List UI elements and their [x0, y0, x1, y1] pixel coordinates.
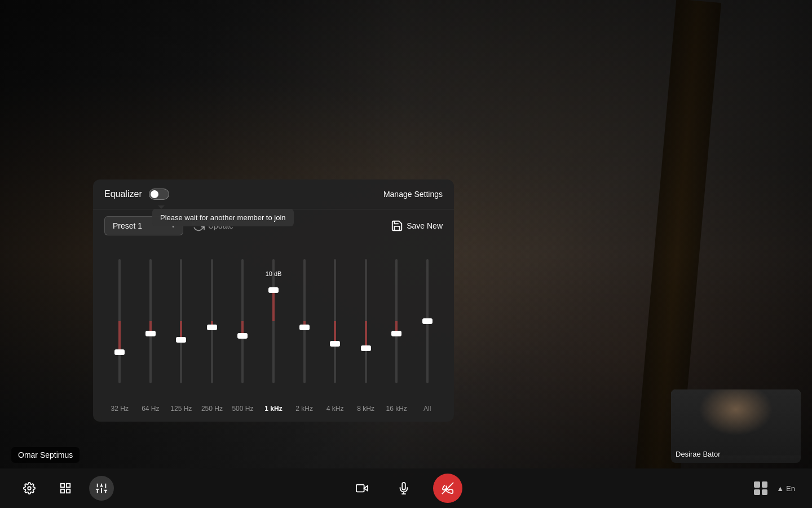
main-user-badge: Omar Septimus	[11, 447, 80, 463]
eq-thumb[interactable]	[391, 331, 401, 336]
end-call-button[interactable]	[433, 474, 462, 503]
eq-bar-group[interactable]	[104, 259, 135, 383]
svg-rect-1	[61, 484, 64, 487]
eq-thumb[interactable]	[422, 318, 433, 324]
eq-slider-track[interactable]	[365, 259, 367, 383]
eq-freq-label: 1 kHz	[258, 405, 289, 413]
eq-bar-group[interactable]	[289, 259, 320, 383]
eq-bar-group[interactable]	[412, 259, 443, 383]
eq-thumb[interactable]	[361, 345, 371, 351]
eq-thumb[interactable]	[237, 333, 248, 339]
eq-title-area: Equalizer	[104, 189, 169, 200]
camera-icon	[356, 482, 368, 494]
grid-cell-4	[762, 489, 768, 496]
eq-toggle[interactable]	[149, 189, 169, 200]
eq-freq-label: 8 kHz	[350, 405, 381, 413]
eq-bar-group[interactable]	[135, 259, 166, 383]
eq-slider-track[interactable]	[303, 259, 306, 383]
grid-view-button[interactable]	[754, 481, 767, 495]
tooltip-text: Please wait for another member to join	[160, 213, 286, 222]
tooltip: Please wait for another member to join	[152, 209, 294, 226]
manage-settings-button[interactable]: Manage Settings	[383, 190, 443, 199]
equalizer-button[interactable]	[89, 476, 114, 501]
lang-label: En	[786, 484, 795, 493]
eq-slider-track[interactable]	[118, 259, 121, 383]
eq-freq-label: All	[412, 405, 443, 413]
eq-freq-label: 64 Hz	[135, 405, 166, 413]
eq-thumb[interactable]	[207, 325, 217, 330]
phone-off-icon	[442, 482, 454, 494]
eq-freq-label: 16 kHz	[381, 405, 412, 413]
eq-slider-track[interactable]	[211, 259, 213, 383]
save-new-label: Save New	[407, 221, 443, 230]
grid-cell-3	[754, 489, 760, 496]
eq-thumb[interactable]	[330, 341, 340, 347]
toolbar-left	[17, 476, 114, 501]
eq-slider-track[interactable]	[149, 259, 152, 383]
eq-title: Equalizer	[104, 189, 142, 199]
eq-slider-track[interactable]	[334, 259, 336, 383]
microphone-icon	[398, 482, 410, 494]
eq-slider-track[interactable]	[426, 259, 429, 383]
gear-icon	[23, 482, 36, 494]
svg-rect-2	[67, 484, 70, 487]
eq-slider-track[interactable]	[395, 259, 398, 383]
eq-bar-group[interactable]	[227, 259, 258, 383]
svg-rect-4	[67, 489, 70, 493]
layout-button[interactable]	[53, 476, 78, 501]
eq-slider-track[interactable]	[180, 259, 182, 383]
toolbar-center	[350, 474, 462, 503]
eq-bar-group[interactable]	[166, 259, 197, 383]
eq-thumb[interactable]: 10 dB	[268, 287, 279, 293]
eq-value-label: 10 dB	[266, 270, 282, 277]
eq-header: Equalizer Manage Settings	[93, 179, 454, 209]
lang-expand-icon: ▲	[776, 484, 784, 493]
eq-slider-track[interactable]: 10 dB	[272, 259, 275, 383]
toolbar: ▲ En	[0, 468, 812, 508]
camera-button[interactable]	[350, 476, 374, 501]
eq-freq-label: 125 Hz	[166, 405, 197, 413]
svg-rect-3	[61, 489, 64, 493]
eq-slider-track[interactable]	[241, 259, 244, 383]
thumbnail-person-visual	[671, 389, 801, 456]
grid-cell-2	[762, 481, 768, 488]
eq-freq-label: 500 Hz	[227, 405, 258, 413]
eq-freq-label: 2 kHz	[289, 405, 320, 413]
svg-point-0	[28, 487, 31, 490]
eq-chart: 10 dB	[93, 242, 454, 400]
settings-button[interactable]	[17, 476, 42, 501]
microphone-button[interactable]	[391, 476, 416, 501]
eq-freq-label: 32 Hz	[104, 405, 135, 413]
eq-bar-group[interactable]	[320, 259, 351, 383]
eq-thumb[interactable]	[299, 325, 310, 330]
thumbnail-user-name: Desirae Bator	[676, 450, 720, 458]
eq-bar-group[interactable]	[381, 259, 412, 383]
main-user-name: Omar Septimus	[18, 450, 73, 459]
eq-freq-labels: 32 Hz64 Hz125 Hz250 Hz500 Hz1 kHz2 kHz4 …	[93, 400, 454, 422]
eq-freq-label: 4 kHz	[320, 405, 351, 413]
eq-freq-label: 250 Hz	[197, 405, 228, 413]
eq-bars-container: 10 dB	[104, 248, 443, 383]
eq-bar-group[interactable]	[197, 259, 228, 383]
equalizer-icon	[95, 482, 108, 494]
svg-rect-15	[356, 485, 364, 492]
language-selector[interactable]: ▲ En	[776, 484, 795, 493]
eq-bar-group[interactable]: 10 dB	[258, 259, 289, 383]
toolbar-right: ▲ En	[754, 481, 795, 495]
svg-marker-14	[364, 485, 368, 491]
grid-cell-1	[754, 481, 760, 488]
eq-toggle-thumb	[151, 190, 158, 198]
eq-thumb[interactable]	[145, 331, 156, 336]
preset-label: Preset 1	[113, 221, 142, 230]
eq-thumb[interactable]	[176, 337, 186, 343]
save-icon	[391, 220, 403, 232]
eq-bar-group[interactable]	[350, 259, 381, 383]
layout-icon	[59, 482, 72, 494]
save-new-button[interactable]: Save New	[391, 220, 443, 232]
thumbnail-video[interactable]: Desirae Bator	[671, 389, 801, 463]
eq-thumb[interactable]	[114, 349, 125, 355]
